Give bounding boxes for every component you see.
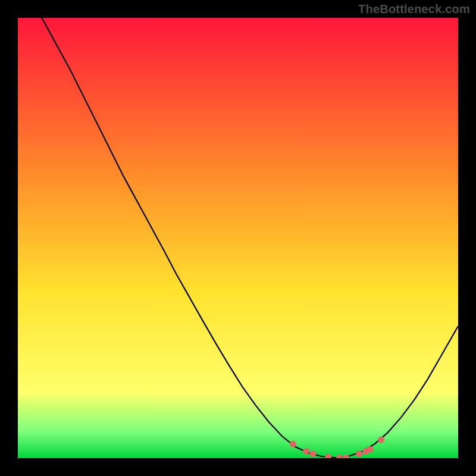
chart-svg [18,18,458,458]
chart-frame: TheBottleneck.com [0,0,476,476]
watermark-text: TheBottleneck.com [358,2,470,16]
gradient-background [18,18,458,458]
curve-dot [309,450,316,457]
curve-dot [378,436,384,443]
chart-plot-area [18,18,458,458]
curve-dot [290,441,296,447]
curve-dot [356,450,362,457]
curve-dot [303,448,309,455]
curve-dot [367,446,374,453]
